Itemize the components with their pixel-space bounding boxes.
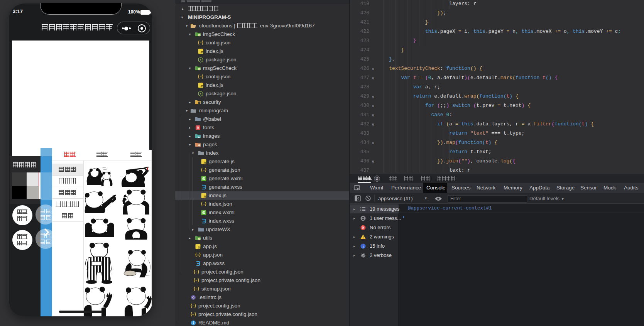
svg-text:JS: JS: [203, 161, 207, 164]
svg-text:JS: JS: [200, 85, 204, 88]
svg-text:A: A: [197, 126, 199, 130]
svg-text:JS: JS: [203, 195, 207, 198]
svg-text:JS: JS: [200, 51, 204, 54]
svg-text:JS: JS: [198, 246, 201, 249]
